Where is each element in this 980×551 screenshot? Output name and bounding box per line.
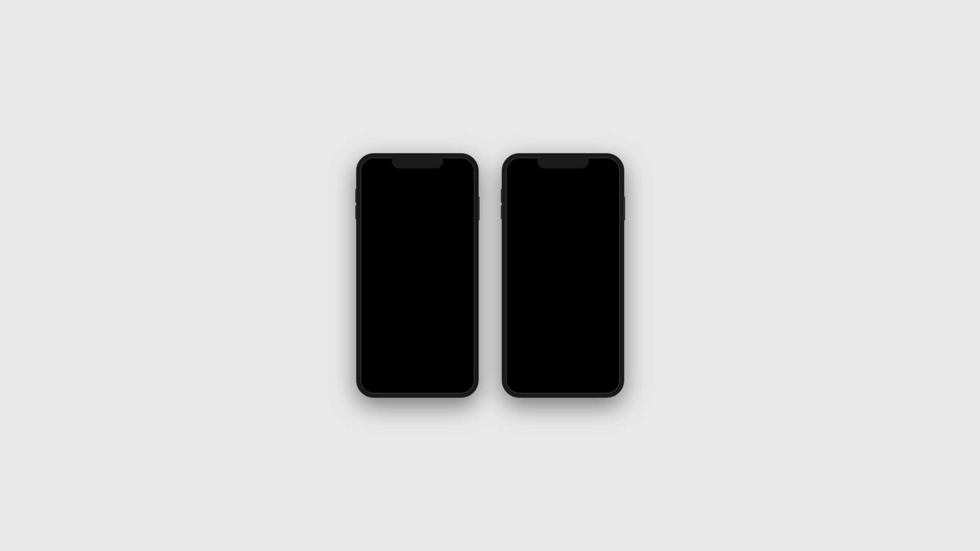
reaction-heart[interactable]: ❤️ xyxy=(515,285,526,296)
key-b[interactable]: b xyxy=(424,364,434,375)
bubble-justin-text: What time are you thin xyxy=(381,271,424,276)
autocomplete-arma[interactable]: "Arma" xyxy=(370,325,391,332)
msg-row-justin: 😁 What time are you thin xyxy=(364,268,471,280)
copy-icon: ⧉ xyxy=(605,361,610,368)
key-m[interactable]: m xyxy=(447,364,456,375)
status-bar-1: 9:41 ▲ ▓ xyxy=(360,157,474,170)
wifi-icon-1: ▲ xyxy=(457,163,461,168)
power-button-2 xyxy=(624,197,625,216)
key-p[interactable]: p xyxy=(463,337,473,349)
group-header[interactable]: 🧝 🧙 😁 👹 👾 Rock Stars › xyxy=(360,170,474,204)
mention-avatar: 👨 xyxy=(446,289,460,303)
key-return[interactable]: return xyxy=(440,377,460,389)
reaction-question[interactable]: ? xyxy=(587,286,591,295)
key-f[interactable]: f xyxy=(401,350,411,362)
key-backspace[interactable]: ⌫ xyxy=(458,364,471,375)
status-bar-2: 9:41 ▲ ▓ xyxy=(506,157,620,170)
signal-icon-1 xyxy=(448,163,455,168)
context-menu: Reply ↩ Copy ⧉ More... ⊕ xyxy=(510,338,616,390)
input-text-after: can join? xyxy=(384,293,402,298)
key-shift[interactable]: ⇧ xyxy=(363,364,376,375)
mention-name: Armando Cajide xyxy=(445,305,462,314)
context-more[interactable]: More... ⊕ xyxy=(510,373,616,390)
blurred-bubble-outgoing xyxy=(391,207,471,223)
keyboard[interactable]: q w e r t y u i o p a s d f g h xyxy=(360,335,474,394)
key-y[interactable]: y xyxy=(418,337,428,349)
volume-up-button-2 xyxy=(501,189,502,203)
key-x[interactable]: x xyxy=(389,364,399,375)
blurred-avatar xyxy=(600,175,615,191)
key-123[interactable]: 123 xyxy=(375,377,390,389)
context-reply-label: Reply xyxy=(516,344,531,350)
volume-up-button xyxy=(355,189,356,203)
expand-button[interactable]: › xyxy=(367,288,378,298)
key-d[interactable]: d xyxy=(389,350,399,362)
keyboard-row-2: a s d f g h j k l xyxy=(362,350,473,362)
volume-down-button-2 xyxy=(501,205,502,219)
key-g[interactable]: g xyxy=(412,350,422,362)
context-more-label: More... xyxy=(516,378,535,385)
key-z[interactable]: z xyxy=(378,364,388,375)
volume-down-button xyxy=(355,205,356,219)
key-r[interactable]: r xyxy=(395,337,405,349)
key-c[interactable]: c xyxy=(401,364,411,375)
group-avatars: 🧝 🧙 😁 👹 👾 xyxy=(404,172,431,194)
key-o[interactable]: o xyxy=(452,337,461,349)
phone-1-screen: 9:41 ▲ ▓ 🧝 🧙 😁 xyxy=(360,157,474,394)
reaction-thumbsdown[interactable]: 👎 xyxy=(548,285,558,296)
key-l[interactable]: l xyxy=(458,350,468,362)
reaction-thumbsup[interactable]: 👍 xyxy=(532,285,542,296)
reaction-haha[interactable]: HAHA xyxy=(564,284,572,297)
autocomplete-armada[interactable]: Armada xyxy=(442,325,465,332)
key-e[interactable]: e xyxy=(384,337,394,349)
blurred-blue-bubble xyxy=(552,194,615,211)
phone-1-content: 9:41 ▲ ▓ 🧝 🧙 😁 xyxy=(360,157,474,394)
bubble-justin[interactable]: What time are you thin xyxy=(376,268,429,280)
blurred-background xyxy=(506,170,620,277)
wifi-icon-2: ▲ xyxy=(603,163,607,168)
sender-anna: Anna Lisa xyxy=(364,227,471,231)
reactions-bar[interactable]: ❤️ 👍 👎 HAHA ‼️ ? xyxy=(510,281,616,300)
mention-popup[interactable]: 👨 Armando Cajide xyxy=(440,286,467,317)
context-copy[interactable]: Copy ⧉ xyxy=(510,356,616,373)
avatar-anna: 🧝 xyxy=(364,249,374,258)
context-reply[interactable]: Reply ↩ xyxy=(510,338,616,356)
reply-icon: ↩ xyxy=(605,343,610,351)
signal-icon-2 xyxy=(594,163,601,168)
key-a[interactable]: a xyxy=(367,350,376,362)
key-t[interactable]: t xyxy=(407,337,417,349)
avatar-justin: 😁 xyxy=(364,271,374,280)
key-h[interactable]: h xyxy=(424,350,434,362)
group-name[interactable]: Rock Stars › xyxy=(402,194,432,200)
status-time-2: 9:41 xyxy=(514,162,526,169)
key-space[interactable]: space xyxy=(391,377,439,389)
autocomplete-armament[interactable]: Armament xyxy=(402,325,430,332)
status-icons-1: ▲ ▓ xyxy=(448,163,466,168)
reaction-exclamation[interactable]: ‼️ xyxy=(577,285,581,296)
context-message-bubble[interactable]: Yeah! We still have some updates to make… xyxy=(510,303,616,336)
key-q[interactable]: q xyxy=(362,337,372,349)
key-n[interactable]: n xyxy=(435,364,445,375)
phone-2-content: 9:41 ▲ ▓ ❤️ xyxy=(506,157,620,394)
phone-2-screen: 9:41 ▲ ▓ ❤️ xyxy=(506,157,620,394)
key-i[interactable]: i xyxy=(441,337,450,349)
bubble-anna[interactable]: Yeah! We still have some updates to make… xyxy=(376,234,455,258)
msg-row-anna: 🧝 Yeah! We still have some updates to ma… xyxy=(364,234,471,258)
key-s[interactable]: s xyxy=(378,350,388,362)
phone-1: 9:41 ▲ ▓ 🧝 🧙 😁 xyxy=(356,153,478,398)
avatar-center: 😁 xyxy=(410,176,424,190)
input-text-before: How about 8 a.m. so xyxy=(384,288,425,293)
battery-icon-1: ▓ xyxy=(463,163,466,168)
phone-2: 9:41 ▲ ▓ ❤️ xyxy=(502,153,624,398)
power-button xyxy=(478,197,480,216)
autocomplete-bar: "Arma" Armament Armada xyxy=(360,322,474,335)
status-time-1: 9:41 xyxy=(368,162,380,169)
key-j[interactable]: j xyxy=(435,350,445,362)
more-icon: ⊕ xyxy=(605,377,610,385)
keyboard-row-4: 123 space return xyxy=(362,377,473,389)
keyboard-row-3: ⇧ z x c v b n m ⌫ xyxy=(362,364,473,375)
key-k[interactable]: k xyxy=(447,350,456,362)
key-w[interactable]: w xyxy=(373,337,383,349)
key-v[interactable]: v xyxy=(412,364,422,375)
key-u[interactable]: u xyxy=(429,337,439,349)
